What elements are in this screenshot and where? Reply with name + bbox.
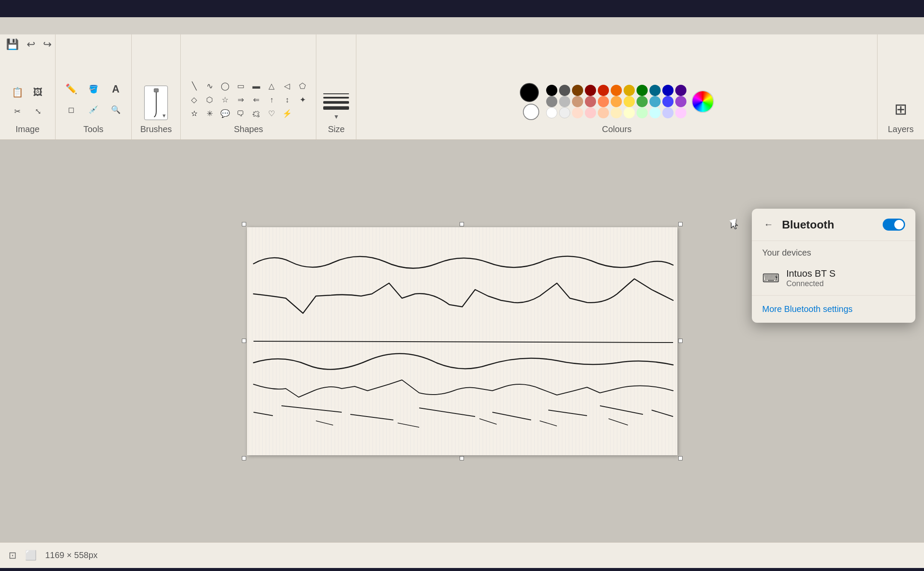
size-line-3[interactable] (323, 101, 349, 104)
color-lightcyan[interactable] (649, 107, 661, 118)
heart-icon[interactable]: ♡ (265, 107, 278, 120)
color-teal[interactable] (649, 85, 661, 96)
more-bluetooth-settings-link[interactable]: More Bluetooth settings (762, 304, 853, 314)
brush-preview-box[interactable]: ▼ (144, 86, 168, 120)
crop-status-icon[interactable]: ⊡ (9, 550, 16, 561)
color-amber[interactable] (611, 96, 622, 107)
color-cream[interactable] (611, 107, 622, 118)
color-apricot[interactable] (598, 107, 609, 118)
handle-bottom-left[interactable] (242, 456, 246, 460)
rect-icon[interactable]: ▭ (234, 80, 247, 93)
lightning-icon[interactable]: ⚡ (281, 107, 294, 120)
color-peach[interactable] (572, 107, 583, 118)
color-blue[interactable] (662, 85, 674, 96)
primary-color[interactable] (520, 83, 539, 102)
magnify-icon[interactable]: 🔍 (107, 101, 124, 118)
color-snow[interactable] (559, 107, 570, 118)
bluetooth-device-item[interactable]: ⌨ Intuos BT S Connected (752, 261, 915, 295)
callout2-icon[interactable]: 🗨 (234, 107, 247, 120)
eyedropper-icon[interactable]: 💉 (85, 101, 102, 118)
color-row-1 (546, 85, 686, 96)
color-darkred[interactable] (585, 85, 596, 96)
color-tan[interactable] (572, 96, 583, 107)
rtriangle-icon[interactable]: ◁ (281, 80, 294, 93)
handle-mid-left[interactable] (242, 339, 246, 343)
oval-icon[interactable]: ◯ (219, 80, 232, 93)
size-line-2[interactable] (323, 97, 349, 99)
star2-icon[interactable]: ✳ (203, 107, 216, 120)
handle-bottom-right[interactable] (678, 456, 683, 460)
color-gold[interactable] (624, 85, 635, 96)
color-salmon[interactable] (598, 96, 609, 107)
diamond-icon[interactable]: ◇ (188, 93, 201, 106)
star5-icon[interactable]: ☆ (219, 93, 232, 106)
color-thistle[interactable] (675, 107, 686, 118)
canvas-area[interactable] (0, 140, 924, 542)
arrow-icon[interactable]: ⇒ (234, 93, 247, 106)
resize-icon[interactable]: ⤡ (29, 103, 46, 120)
pencil-icon[interactable]: ✏️ (62, 80, 80, 98)
color-cyan[interactable] (649, 96, 661, 107)
handle-mid-right[interactable] (678, 339, 683, 343)
triangle-icon[interactable]: △ (265, 80, 278, 93)
tools-section: ✏️ 🪣 A ◻ 💉 🔍 Tools (56, 34, 132, 139)
color-rose[interactable] (585, 107, 596, 118)
save-icon[interactable]: 💾 (4, 37, 21, 52)
color-wheel[interactable] (692, 90, 714, 113)
color-yellow[interactable] (624, 96, 635, 107)
callout3-icon[interactable]: 🗯 (250, 107, 263, 120)
redo-icon[interactable]: ↪ (41, 37, 53, 52)
status-bar: ⊡ ⬜ 1169 × 558px (0, 542, 924, 568)
handle-top-left[interactable] (242, 222, 246, 226)
eraser-icon[interactable]: ◻ (62, 101, 80, 118)
color-brown[interactable] (572, 85, 583, 96)
arrow3-icon[interactable]: ↑ (265, 93, 278, 106)
color-lightblue[interactable] (662, 96, 674, 107)
line-icon[interactable]: ╲ (188, 80, 201, 93)
handle-top-right[interactable] (678, 222, 683, 226)
image-tools-row2: ✂ ⤡ (9, 103, 46, 120)
star6-icon[interactable]: ✫ (188, 107, 201, 120)
color-ivory[interactable] (624, 107, 635, 118)
handle-top-center[interactable] (460, 222, 464, 226)
color-lightgray[interactable] (559, 96, 570, 107)
arrow2-icon[interactable]: ⇐ (250, 93, 263, 106)
color-white[interactable] (546, 107, 557, 118)
bluetooth-toggle[interactable] (883, 219, 905, 231)
secondary-color[interactable] (523, 104, 539, 120)
color-lavender[interactable] (662, 107, 674, 118)
color-red[interactable] (598, 85, 609, 96)
color-purple[interactable] (675, 85, 686, 96)
arrow4-icon[interactable]: ↕ (281, 93, 294, 106)
layers-icon[interactable]: ⊞ (894, 100, 907, 118)
size-line-4[interactable] (323, 106, 349, 110)
undo-icon[interactable]: ↩ (25, 37, 37, 52)
handle-bottom-center[interactable] (460, 456, 464, 460)
fill-icon[interactable]: 🪣 (85, 80, 102, 98)
svg-rect-0 (154, 89, 158, 92)
image-import-icon[interactable]: 🖼 (29, 84, 46, 101)
size-line-1[interactable] (323, 93, 349, 94)
color-darkgreen[interactable] (637, 85, 648, 96)
paste-icon[interactable]: 📋 (9, 84, 26, 101)
drawing-canvas[interactable] (247, 227, 677, 455)
callout-icon[interactable]: 💬 (219, 107, 232, 120)
bluetooth-back-button[interactable]: ← (762, 217, 775, 232)
size-dropdown[interactable]: ▼ (333, 113, 339, 120)
color-green[interactable] (637, 96, 648, 107)
color-mintcream[interactable] (637, 107, 648, 118)
text-icon[interactable]: A (107, 80, 124, 98)
bluetooth-footer: More Bluetooth settings (752, 295, 915, 323)
pentagon-icon[interactable]: ⬠ (296, 80, 309, 93)
color-pink[interactable] (585, 96, 596, 107)
color-orange[interactable] (611, 85, 622, 96)
color-darkgray[interactable] (559, 85, 570, 96)
hex-icon[interactable]: ⬡ (203, 93, 216, 106)
star4-icon[interactable]: ✦ (296, 93, 309, 106)
curve-icon[interactable]: ∿ (203, 80, 216, 93)
color-black[interactable] (546, 85, 557, 96)
color-gray[interactable] (546, 96, 557, 107)
rect2-icon[interactable]: ▬ (250, 80, 263, 93)
color-violet[interactable] (675, 96, 686, 107)
crop-icon[interactable]: ✂ (9, 103, 26, 120)
